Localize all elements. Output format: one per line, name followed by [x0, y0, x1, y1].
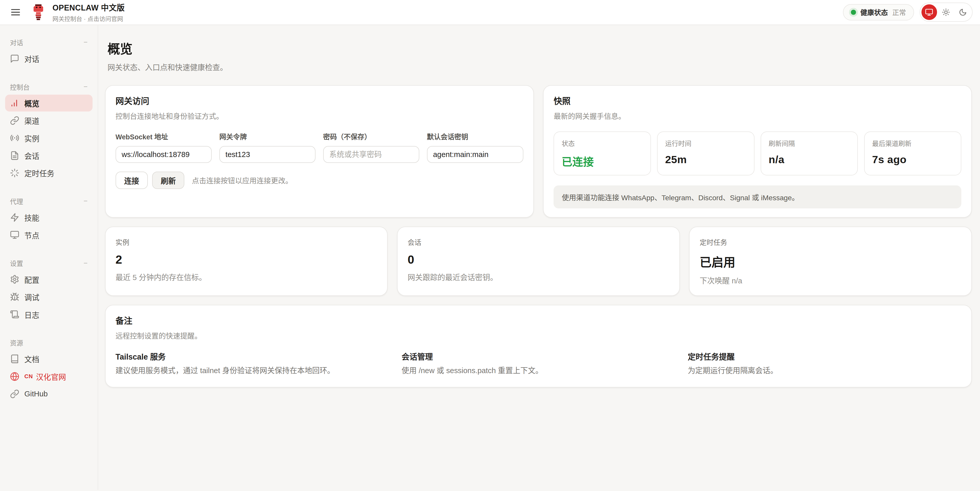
theme-system-button[interactable]: [921, 4, 937, 20]
cn-badge: CN: [24, 373, 33, 380]
bug-icon: [10, 292, 19, 302]
sidebar-item-channels[interactable]: 渠道: [5, 112, 93, 129]
monitor-icon: [10, 230, 19, 240]
sidebar-item-skills[interactable]: 技能: [5, 209, 93, 226]
session-key-field-group: 默认会话密钥: [427, 131, 523, 163]
notes-card: 备注 远程控制设置的快速提醒。 Tailscale 服务 建议使用服务模式，通过…: [105, 305, 972, 387]
loader-icon: [10, 168, 19, 178]
sidebar-group-console: 控制台 −: [10, 82, 88, 92]
refresh-interval-tile: 刷新间隔 n/a: [760, 131, 858, 175]
collapse-icon[interactable]: −: [84, 83, 88, 90]
sessions-card: 会话 0 网关跟踪的最近会话密钥。: [397, 226, 680, 296]
gateway-access-card: 网关访问 控制台连接地址和身份验证方式。 WebSocket 地址 网关令牌 密…: [105, 85, 534, 218]
note-text: 建议使用服务模式，通过 tailnet 身份验证将网关保持在本地回环。: [116, 365, 389, 376]
sidebar-item-instances[interactable]: 实例: [5, 130, 93, 147]
token-label: 网关令牌: [220, 131, 316, 142]
refresh-interval-value: n/a: [768, 153, 850, 166]
last-channel-refresh-tile: 最后渠道刷新 7s ago: [864, 131, 961, 175]
collapse-icon[interactable]: −: [84, 260, 88, 267]
globe-icon: [10, 372, 19, 381]
sidebar-item-config[interactable]: 配置: [5, 271, 93, 288]
status-tile-value: 已连接: [562, 153, 643, 169]
gateway-card-title: 网关访问: [116, 94, 523, 107]
theme-dark-button[interactable]: [955, 4, 971, 20]
last-channel-refresh-value: 7s ago: [872, 153, 953, 166]
sidebar-item-label: 调试: [24, 292, 39, 302]
sessions-description: 网关跟踪的最近会话密钥。: [407, 271, 669, 282]
sidebar-group-settings: 设置 −: [10, 258, 88, 268]
gateway-card-subtitle: 控制台连接地址和身份验证方式。: [116, 110, 523, 121]
theme-light-button[interactable]: [938, 4, 954, 20]
snapshot-card-title: 快照: [554, 94, 961, 107]
health-label: 健康状态: [860, 7, 888, 17]
menu-toggle-button[interactable]: [7, 4, 24, 21]
websocket-field-group: WebSocket 地址: [116, 131, 212, 163]
sun-icon: [942, 8, 950, 16]
password-field-group: 密码（不保存）: [323, 131, 420, 163]
sidebar-item-docs[interactable]: 文档: [5, 350, 93, 367]
app-title: OPENCLAW 中文版: [52, 2, 125, 13]
channels-hint-banner: 使用渠道功能连接 WhatsApp、Telegram、Discord、Signa…: [554, 185, 961, 209]
sidebar-group-agents: 代理 −: [10, 196, 88, 206]
sidebar-item-debug[interactable]: 调试: [5, 289, 93, 305]
session-key-input[interactable]: [427, 146, 523, 163]
sidebar-item-cn-site[interactable]: CN 汉化官网: [5, 368, 93, 385]
last-channel-refresh-label: 最后渠道刷新: [872, 138, 953, 148]
status-tile: 状态 已连接: [554, 131, 651, 175]
connect-hint: 点击连接按钮以应用连接更改。: [192, 175, 293, 185]
sidebar: 对话 − 对话 控制台 − 概览 渠道 实例 会话 定时任务: [0, 25, 98, 490]
cron-description: 下次唤醒 n/a: [700, 275, 962, 285]
note-tailscale: Tailscale 服务 建议使用服务模式，通过 tailnet 身份验证将网关…: [116, 351, 389, 376]
instances-description: 最近 5 分钟内的存在信标。: [116, 271, 377, 282]
instances-label: 实例: [116, 237, 377, 247]
sidebar-item-label: 节点: [24, 230, 39, 241]
group-label-text: 控制台: [10, 82, 30, 92]
sidebar-item-overview[interactable]: 概览: [5, 95, 93, 112]
app-subtitle: 网关控制台 · 点击访问官网: [52, 14, 125, 23]
bar-chart-icon: [10, 98, 19, 108]
snapshot-card: 快照 最新的网关握手信息。 状态 已连接 运行时间 25m 刷新间隔 n/a: [543, 85, 972, 218]
message-square-icon: [10, 54, 19, 64]
sidebar-item-label: 文档: [24, 354, 39, 364]
sidebar-item-label: 实例: [24, 133, 39, 143]
sidebar-item-label: 定时任务: [24, 167, 54, 178]
top-header: OPENCLAW 中文版 网关控制台 · 点击访问官网 健康状态 正常: [0, 0, 980, 25]
instances-card: 实例 2 最近 5 分钟内的存在信标。: [105, 226, 388, 296]
gear-icon: [10, 275, 19, 284]
sidebar-item-chat[interactable]: 对话: [5, 50, 93, 67]
sidebar-item-logs[interactable]: 日志: [5, 306, 93, 323]
file-text-icon: [10, 151, 19, 160]
cron-card: 定时任务 已启用 下次唤醒 n/a: [689, 226, 972, 296]
uptime-tile-label: 运行时间: [665, 138, 746, 148]
note-cron-reminder: 定时任务提醒 为定期运行使用隔离会话。: [688, 351, 961, 376]
sessions-label: 会话: [407, 237, 669, 247]
password-input[interactable]: [323, 146, 420, 163]
sidebar-item-github[interactable]: GitHub: [5, 386, 93, 402]
collapse-icon[interactable]: −: [84, 39, 88, 46]
token-input[interactable]: [220, 146, 316, 163]
theme-switcher: [920, 3, 973, 22]
sidebar-item-label: 渠道: [24, 115, 39, 126]
instances-value: 2: [116, 253, 377, 266]
link-icon: [10, 389, 19, 399]
note-title: 定时任务提醒: [688, 351, 961, 362]
zap-icon: [10, 213, 19, 222]
hamburger-icon: [10, 7, 21, 18]
sidebar-item-cron[interactable]: 定时任务: [5, 164, 93, 181]
refresh-button[interactable]: 刷新: [152, 172, 185, 189]
sidebar-item-sessions[interactable]: 会话: [5, 147, 93, 164]
brand-text: OPENCLAW 中文版 网关控制台 · 点击访问官网: [52, 2, 125, 23]
websocket-input[interactable]: [116, 146, 212, 163]
main-content: 概览 网关状态、入口点和快速健康检查。 网关访问 控制台连接地址和身份验证方式。…: [98, 25, 980, 490]
sidebar-item-label: 日志: [24, 309, 39, 320]
sidebar-item-nodes[interactable]: 节点: [5, 226, 93, 244]
token-field-group: 网关令牌: [220, 131, 316, 163]
brand-link[interactable]: OPENCLAW 中文版 网关控制台 · 点击访问官网: [30, 2, 125, 23]
scroll-icon: [10, 310, 19, 319]
sidebar-item-label: 配置: [24, 274, 39, 285]
note-text: 为定期运行使用隔离会话。: [688, 365, 961, 376]
sidebar-item-label: 汉化官网: [36, 371, 66, 382]
health-status-badge: 健康状态 正常: [843, 4, 914, 21]
collapse-icon[interactable]: −: [84, 198, 88, 205]
connect-button[interactable]: 连接: [116, 172, 148, 189]
